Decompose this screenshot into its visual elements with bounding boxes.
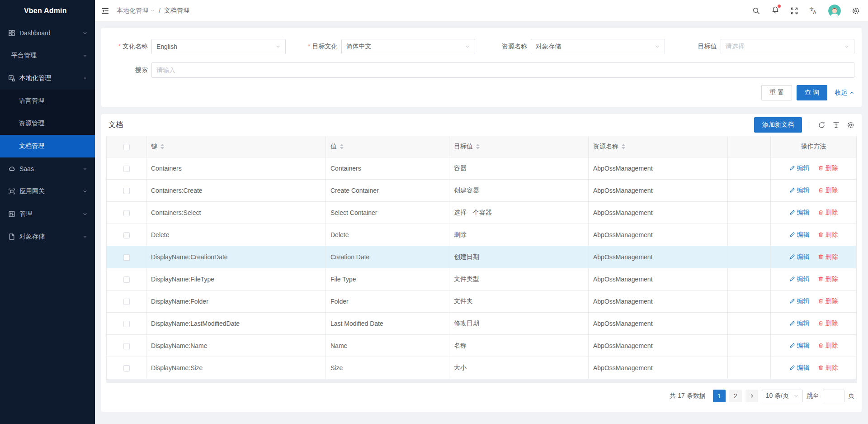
reset-button[interactable]: 重 置 bbox=[761, 85, 792, 100]
table-row: Containers Containers 容器 AbpOssManagemen… bbox=[107, 157, 857, 180]
row-checkbox[interactable] bbox=[123, 254, 130, 261]
page-button-1[interactable]: 1 bbox=[713, 390, 726, 402]
target-culture-select[interactable]: 简体中文 bbox=[341, 39, 476, 54]
sort-icon[interactable] bbox=[476, 144, 480, 149]
sidebar-item-dashboard[interactable]: Dashboard bbox=[0, 22, 95, 44]
edit-button[interactable]: 编辑 bbox=[789, 319, 810, 328]
row-height-icon[interactable] bbox=[832, 121, 840, 129]
row-checkbox[interactable] bbox=[123, 276, 130, 283]
cell-resource: AbpOssManagement bbox=[589, 268, 728, 291]
breadcrumb-parent[interactable]: 本地化管理 bbox=[117, 7, 155, 15]
cloud-icon bbox=[8, 165, 15, 172]
row-checkbox[interactable] bbox=[123, 210, 130, 216]
row-checkbox[interactable] bbox=[123, 166, 130, 172]
logo[interactable]: Vben Admin bbox=[0, 0, 95, 22]
sidebar-item-platform[interactable]: 平台管理 bbox=[0, 44, 95, 67]
column-header-value[interactable]: 值 bbox=[326, 136, 449, 157]
sidebar-item-label: 本地化管理 bbox=[19, 74, 51, 82]
cell-key: DisplayName:Name bbox=[146, 335, 326, 357]
chevron-down-icon bbox=[82, 30, 88, 36]
avatar[interactable] bbox=[828, 5, 841, 17]
target-value-select[interactable]: 请选择 bbox=[721, 39, 855, 54]
column-settings-gear-icon[interactable] bbox=[847, 121, 854, 129]
delete-button[interactable]: 删除 bbox=[818, 342, 838, 350]
delete-button[interactable]: 删除 bbox=[818, 164, 838, 172]
resource-field: 资源名称 对象存储 bbox=[488, 39, 665, 54]
delete-button[interactable]: 删除 bbox=[818, 297, 838, 305]
trash-icon bbox=[818, 320, 824, 326]
row-checkbox[interactable] bbox=[123, 343, 130, 349]
sidebar-item-label: 平台管理 bbox=[11, 52, 37, 60]
translate-icon[interactable] bbox=[809, 7, 817, 15]
notification-button[interactable] bbox=[771, 6, 779, 16]
sidebar-item-document-management[interactable]: 文档管理 bbox=[0, 135, 95, 157]
jump-page-input[interactable] bbox=[823, 390, 844, 402]
row-checkbox[interactable] bbox=[123, 365, 130, 372]
delete-button[interactable]: 删除 bbox=[818, 319, 838, 328]
horizontal-scrollbar[interactable] bbox=[106, 379, 857, 383]
delete-button[interactable]: 删除 bbox=[818, 253, 838, 261]
sort-icon[interactable] bbox=[340, 144, 344, 149]
next-page-button[interactable] bbox=[745, 390, 758, 402]
edit-button[interactable]: 编辑 bbox=[789, 164, 810, 172]
culture-select[interactable]: English bbox=[151, 39, 286, 54]
sidebar-item-object-storage[interactable]: 对象存储 bbox=[0, 225, 95, 248]
resource-select[interactable]: 对象存储 bbox=[531, 39, 665, 54]
search-input[interactable] bbox=[151, 62, 854, 78]
pencil-icon bbox=[789, 254, 795, 260]
delete-button[interactable]: 删除 bbox=[818, 275, 838, 283]
edit-button[interactable]: 编辑 bbox=[789, 231, 810, 239]
query-button[interactable]: 查 询 bbox=[797, 85, 827, 100]
sidebar-item-app-gateway[interactable]: 应用网关 bbox=[0, 180, 95, 203]
row-checkbox[interactable] bbox=[123, 188, 130, 194]
edit-button[interactable]: 编辑 bbox=[789, 275, 810, 283]
pencil-icon bbox=[789, 298, 795, 304]
pencil-icon bbox=[789, 276, 795, 282]
delete-button[interactable]: 删除 bbox=[818, 364, 838, 372]
cell-key: DisplayName:LastModifiedDate bbox=[146, 313, 326, 335]
page-size-select[interactable]: 10 条/页 bbox=[762, 390, 803, 402]
edit-button[interactable]: 编辑 bbox=[789, 209, 810, 217]
column-header-resource[interactable]: 资源名称 bbox=[589, 136, 728, 157]
sidebar-item-label: 资源管理 bbox=[19, 119, 44, 128]
row-checkbox[interactable] bbox=[123, 321, 130, 327]
delete-button[interactable]: 删除 bbox=[818, 186, 838, 195]
edit-button[interactable]: 编辑 bbox=[789, 342, 810, 350]
sort-icon[interactable] bbox=[160, 144, 164, 149]
edit-button[interactable]: 编辑 bbox=[789, 253, 810, 261]
chevron-down-icon bbox=[150, 8, 155, 13]
delete-button[interactable]: 删除 bbox=[818, 231, 838, 239]
select-all-checkbox[interactable] bbox=[123, 144, 130, 150]
sidebar-item-resource-management[interactable]: 资源管理 bbox=[0, 112, 95, 135]
edit-button[interactable]: 编辑 bbox=[789, 364, 810, 372]
add-document-button[interactable]: 添加新文档 bbox=[754, 117, 802, 133]
column-header-target[interactable]: 目标值 bbox=[449, 136, 589, 157]
row-checkbox[interactable] bbox=[123, 232, 130, 238]
refresh-icon[interactable] bbox=[818, 121, 826, 129]
sidebar-item-saas[interactable]: Saas bbox=[0, 157, 95, 180]
menu-fold-icon[interactable] bbox=[101, 7, 109, 15]
documents-card: 文档 添加新文档 bbox=[101, 114, 862, 412]
sidebar-item-admin[interactable]: 管理 bbox=[0, 203, 95, 225]
collapse-toggle[interactable]: 收起 bbox=[835, 89, 854, 97]
cell-key: Containers:Create bbox=[146, 180, 326, 202]
sidebar-item-label: 语言管理 bbox=[19, 97, 44, 105]
search-icon[interactable] bbox=[752, 7, 760, 15]
edit-button[interactable]: 编辑 bbox=[789, 297, 810, 305]
settings-gear-icon[interactable] bbox=[852, 7, 860, 15]
fullscreen-icon[interactable] bbox=[790, 7, 798, 15]
topbar-actions bbox=[752, 5, 860, 17]
row-checkbox[interactable] bbox=[123, 299, 130, 305]
chevron-down-icon bbox=[465, 44, 470, 49]
column-header-key[interactable]: 键 bbox=[146, 136, 326, 157]
trash-icon bbox=[818, 298, 824, 304]
search-field: 搜索 bbox=[108, 62, 854, 78]
page-button-2[interactable]: 2 bbox=[729, 390, 742, 402]
edit-button[interactable]: 编辑 bbox=[789, 186, 810, 195]
sidebar-item-localization[interactable]: 本地化管理 bbox=[0, 67, 95, 90]
sidebar-item-language-management[interactable]: 语言管理 bbox=[0, 90, 95, 112]
sort-icon[interactable] bbox=[622, 144, 625, 149]
trash-icon bbox=[818, 343, 824, 348]
delete-button[interactable]: 删除 bbox=[818, 209, 838, 217]
cell-value: File Type bbox=[326, 268, 449, 291]
